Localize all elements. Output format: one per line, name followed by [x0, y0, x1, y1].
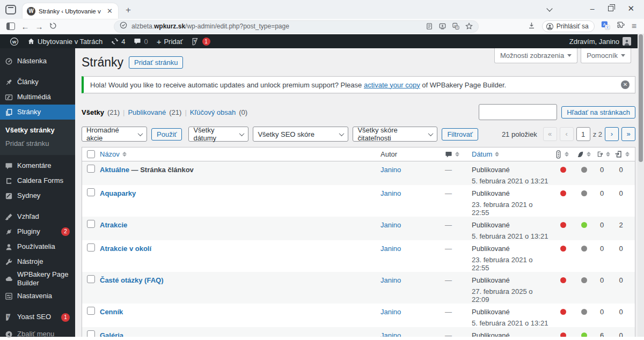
author-link[interactable]: Janino: [380, 331, 401, 337]
next-page-button[interactable]: ›: [605, 127, 619, 141]
comments-header[interactable]: [445, 151, 472, 158]
search-input[interactable]: [479, 104, 557, 120]
submenu-all-pages[interactable]: Všetky stránky: [0, 123, 75, 137]
page-title-link[interactable]: Atrakcie: [100, 221, 127, 229]
seo-score-select[interactable]: Všetky SEO skóre: [253, 127, 348, 142]
tab-actions-icon[interactable]: [5, 5, 16, 14]
activate-copy-link[interactable]: activate your copy: [364, 81, 420, 89]
sidebar-item-yoast-seo[interactable]: Y Yoast SEO 1: [0, 310, 75, 325]
admin-bar-new-content[interactable]: + Pridať: [152, 34, 187, 48]
install-app-icon[interactable]: [438, 23, 447, 30]
select-all-checkbox[interactable]: [87, 150, 95, 158]
minimize-button[interactable]: –: [590, 4, 595, 13]
received-internal-links-header[interactable]: [614, 150, 635, 158]
sidebar-item-sydney[interactable]: Sydney: [0, 188, 75, 203]
page-title-link[interactable]: Galéria: [100, 331, 123, 337]
readability-select[interactable]: Všetky skóre čitateľnosti: [353, 127, 437, 142]
url-text[interactable]: alzbeta.wpkurz.sk/wp-admin/edit.php?post…: [131, 23, 420, 30]
admin-bar-account[interactable]: Zdravím, Janino: [569, 37, 632, 46]
row-checkbox[interactable]: [87, 243, 95, 252]
row-checkbox[interactable]: [87, 275, 95, 283]
admin-bar-site-link[interactable]: Ubytovanie v Tatrách: [23, 34, 107, 48]
sidebar-item-media[interactable]: Multimédiá: [0, 90, 75, 105]
row-checkbox[interactable]: [87, 188, 95, 196]
sort-date-header[interactable]: Dátum: [472, 150, 492, 158]
wp-logo-icon[interactable]: W: [5, 34, 23, 48]
google-translate-icon[interactable]: A文: [601, 21, 610, 32]
seo-score-header[interactable]: [555, 150, 576, 159]
help-button[interactable]: Pomocník: [581, 48, 631, 63]
browser-menu-icon[interactable]: ≡: [632, 21, 636, 31]
extensions-icon[interactable]: [617, 21, 625, 32]
sidebar-item-wpbakery[interactable]: WPBakery Page Builder: [0, 269, 75, 289]
row-checkbox[interactable]: [87, 220, 95, 228]
author-link[interactable]: Janino: [380, 276, 401, 284]
outgoing-internal-links-header[interactable]: [597, 150, 614, 158]
sidebar-toggle-icon[interactable]: [6, 23, 15, 30]
sidebar-item-dashboard[interactable]: Nástenka: [0, 54, 75, 69]
bookmark-star-icon[interactable]: [465, 23, 473, 30]
signin-button[interactable]: Prihlásiť sa: [542, 20, 595, 32]
readability-header[interactable]: [576, 151, 597, 158]
dates-select[interactable]: Všetky dátumy: [188, 127, 248, 142]
forward-icon[interactable]: →: [32, 22, 46, 31]
sidebar-item-collapse-menu[interactable]: Zbaliť menu: [0, 327, 75, 340]
search-pages-button[interactable]: Hľadať na stránkach: [561, 106, 635, 119]
apply-button[interactable]: Použiť: [151, 128, 182, 141]
translate-icon[interactable]: A文: [452, 23, 460, 30]
admin-bar-comments[interactable]: 0: [129, 34, 152, 48]
page-title-link[interactable]: Atrakcie v okolí: [100, 245, 151, 253]
author-link[interactable]: Janino: [380, 308, 401, 316]
restore-button[interactable]: [608, 6, 613, 11]
last-page-button[interactable]: »: [621, 127, 635, 141]
view-all-link[interactable]: Všetky: [82, 108, 104, 116]
sidebar-item-caldera-forms[interactable]: Caldera Forms: [0, 173, 75, 188]
sort-title-header[interactable]: Názov: [100, 150, 120, 158]
tab-close-icon[interactable]: ✕: [106, 7, 114, 15]
row-checkbox[interactable]: [87, 165, 95, 173]
address-bar[interactable]: alzbeta.wpkurz.sk/wp-admin/edit.php?post…: [114, 20, 479, 33]
admin-bar-yoast[interactable]: Y 1: [187, 34, 215, 48]
page-scrollbar[interactable]: [638, 34, 644, 337]
sidebar-item-pages[interactable]: Stránky: [0, 105, 75, 120]
tab-list-chevron-icon[interactable]: [546, 5, 552, 11]
new-tab-button[interactable]: +: [126, 5, 131, 16]
admin-bar-updates[interactable]: 4: [107, 34, 129, 48]
sidebar-item-appearance[interactable]: Vzhľad: [0, 209, 75, 224]
sidebar-item-posts[interactable]: Články: [0, 75, 75, 90]
back-icon[interactable]: ←: [18, 22, 32, 31]
sidebar-item-settings[interactable]: Nastavenia: [0, 289, 75, 304]
sidebar-item-plugins[interactable]: Pluginy 2: [0, 224, 75, 239]
submenu-add-page[interactable]: Pridať stránku: [0, 137, 75, 150]
sidebar-item-users[interactable]: Používatelia: [0, 239, 75, 254]
download-icon[interactable]: [528, 21, 536, 32]
browser-tab[interactable]: W Stránky ‹ Ubytovanie v Tatrách — ✕: [23, 3, 118, 19]
window-close-button[interactable]: ✕: [627, 4, 634, 13]
page-title-link[interactable]: Časté otázky (FAQ): [100, 276, 163, 284]
add-page-button[interactable]: Pridať stránku: [129, 56, 183, 69]
author-link[interactable]: Janino: [380, 189, 401, 197]
screen-options-button[interactable]: Možnosti zobrazenia: [494, 48, 577, 63]
view-cornerstone-link[interactable]: Kľúčový obsah: [190, 108, 236, 116]
reload-icon[interactable]: [46, 22, 60, 31]
author-link[interactable]: Janino: [380, 166, 401, 174]
reading-mode-icon[interactable]: [426, 23, 433, 30]
bulk-actions-select[interactable]: Hromadné akcie: [82, 127, 147, 142]
dismiss-notice-icon[interactable]: ✕: [621, 80, 630, 89]
site-security-icon[interactable]: [120, 21, 127, 31]
scrollbar-thumb[interactable]: [639, 34, 643, 162]
sidebar-item-tools[interactable]: Nástroje: [0, 254, 75, 269]
current-page-input[interactable]: [576, 127, 590, 141]
comments-column-icon: [445, 151, 452, 158]
page-title-link[interactable]: Cenník: [100, 308, 123, 316]
row-checkbox[interactable]: [87, 307, 95, 315]
wpbakery-icon: [5, 275, 13, 283]
author-link[interactable]: Janino: [380, 245, 401, 253]
row-checkbox[interactable]: [87, 330, 95, 337]
sidebar-item-comments[interactable]: Komentáre: [0, 158, 75, 173]
filter-button[interactable]: Filtrovať: [442, 128, 478, 141]
author-link[interactable]: Janino: [380, 221, 401, 229]
view-published-link[interactable]: Publikované: [128, 108, 166, 116]
page-title-link[interactable]: Aktuálne: [100, 166, 129, 174]
page-title-link[interactable]: Aquaparky: [100, 189, 136, 197]
